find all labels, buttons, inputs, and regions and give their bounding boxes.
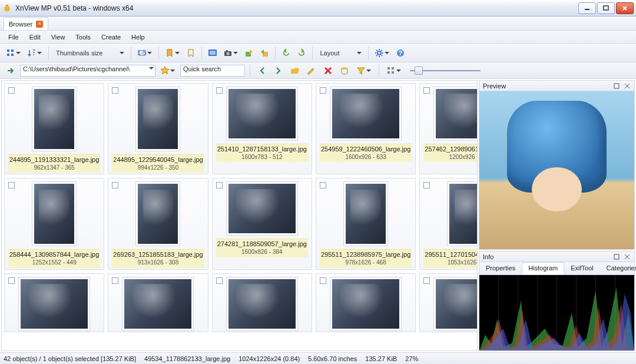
- thumbnail-checkbox[interactable]: [216, 277, 223, 284]
- search-input[interactable]: Quick search: [180, 65, 245, 77]
- thumbnail-checkbox[interactable]: [8, 277, 15, 284]
- slider-thumb[interactable]: [415, 67, 423, 75]
- thumbnail[interactable]: [419, 273, 477, 332]
- svg-rect-5: [7, 54, 9, 56]
- thumbnail[interactable]: 251410_1287158133_large.jpg1600x783 - 51…: [212, 83, 312, 174]
- bookmark-add-button[interactable]: [163, 46, 183, 60]
- favorites-button[interactable]: [158, 64, 178, 78]
- panel-close-icon[interactable]: [624, 82, 631, 90]
- thumbnail[interactable]: [108, 273, 208, 332]
- thumbnail-filename: 254959_1222460506_large.jpg: [321, 145, 410, 154]
- titlebar: XnView MP v0.51 beta - windows x64: [0, 0, 636, 16]
- sort-button[interactable]: [25, 46, 45, 60]
- thumbnail-checkbox[interactable]: [320, 182, 326, 188]
- zoom-grid-button[interactable]: [384, 64, 404, 78]
- svg-line-21: [376, 50, 377, 51]
- thumbnail-checkbox[interactable]: [8, 182, 15, 188]
- import-button[interactable]: [257, 46, 271, 60]
- thumbnail-filename: 244895_1229540045_large.jpg: [113, 156, 203, 164]
- svg-rect-10: [210, 51, 216, 55]
- tab-close-icon[interactable]: ×: [36, 21, 43, 28]
- thumbnail[interactable]: 269263_1251855183_large.jpg913x1626 - 30…: [108, 178, 208, 269]
- thumbnail[interactable]: [4, 273, 104, 332]
- thumbnails-size-label: Thumbnails size: [52, 49, 106, 57]
- open-folder-button[interactable]: [288, 64, 302, 78]
- nav-forward-button[interactable]: [271, 64, 286, 78]
- thumbnail-checkbox[interactable]: [216, 87, 223, 94]
- undock-icon[interactable]: [613, 82, 620, 90]
- maximize-button[interactable]: [597, 2, 615, 14]
- svg-rect-13: [226, 50, 228, 52]
- svg-rect-6: [11, 54, 14, 56]
- filter-button[interactable]: [354, 64, 374, 78]
- edit-button[interactable]: [304, 64, 319, 78]
- thumbnail-dimensions: 1600x783 - 512: [217, 154, 307, 161]
- thumbnail-checkbox[interactable]: [423, 182, 430, 188]
- view-mode-button[interactable]: [4, 46, 24, 60]
- thumbnail[interactable]: [212, 273, 312, 332]
- tab-properties[interactable]: Properties: [479, 262, 522, 274]
- acquire-button[interactable]: [221, 46, 241, 60]
- help-button[interactable]: ?: [393, 46, 408, 60]
- preview-image[interactable]: [479, 91, 634, 249]
- status-file: 49534_1178862133_large.jpg: [144, 355, 230, 362]
- thumbnail[interactable]: 257462_1298906142_large.jpg1200x926 - 36…: [419, 83, 477, 174]
- thumbnail-checkbox[interactable]: [112, 182, 118, 188]
- select-range-button[interactable]: 1-5: [135, 46, 155, 60]
- minimize-button[interactable]: [578, 2, 596, 14]
- thumbnail-checkbox[interactable]: [320, 87, 326, 94]
- tab-browser[interactable]: Browser ×: [4, 17, 48, 30]
- thumbnail[interactable]: 258444_1309857844_large.jpg1252x1552 - 4…: [4, 178, 104, 269]
- menu-help[interactable]: Help: [127, 32, 150, 42]
- thumbnail-checkbox[interactable]: [423, 87, 430, 94]
- thumbnail-checkbox[interactable]: [112, 277, 118, 284]
- menu-view[interactable]: View: [47, 32, 70, 42]
- delete-button[interactable]: [321, 64, 335, 78]
- tab-histogram[interactable]: Histogram: [522, 262, 564, 274]
- thumbnail-checkbox[interactable]: [423, 277, 430, 284]
- layout-button[interactable]: [344, 46, 365, 60]
- rotate-left-button[interactable]: [279, 46, 293, 60]
- thumbnail[interactable]: 254959_1222460506_large.jpg1600x926 - 63…: [316, 83, 416, 174]
- star-icon: [160, 66, 170, 75]
- menu-file[interactable]: File: [4, 32, 24, 42]
- export-button[interactable]: [242, 46, 256, 60]
- rotate-right-button[interactable]: [294, 46, 309, 60]
- thumbnail[interactable]: 244895_1229540045_large.jpg994x1226 - 35…: [108, 83, 208, 174]
- tab-exiftool[interactable]: ExifTool: [564, 262, 600, 274]
- settings-button[interactable]: [372, 46, 392, 60]
- zoom-slider[interactable]: [410, 69, 481, 72]
- thumbnail-checkbox[interactable]: [112, 87, 118, 94]
- thumbnail-checkbox[interactable]: [320, 277, 326, 284]
- status-pixdepth: 1024x1226x24 (0.84): [238, 355, 300, 362]
- undock-icon[interactable]: [613, 253, 620, 260]
- thumbnail-checkbox[interactable]: [8, 87, 15, 94]
- main-toolbar: Thumbnails size 1-5 Layout ?: [0, 44, 636, 62]
- thumbnail-checkbox[interactable]: [216, 182, 223, 188]
- svg-rect-31: [392, 71, 394, 74]
- thumbnail-filename: 269263_1251855183_large.jpg: [113, 251, 203, 259]
- close-button[interactable]: [616, 2, 634, 14]
- thumbnail[interactable]: 295511_1238985975_large.jpg978x1626 - 46…: [316, 178, 416, 269]
- thumbnail[interactable]: 244895_1191333321_large.jpg962x1347 - 36…: [4, 83, 104, 174]
- nav-back-button[interactable]: [255, 64, 269, 78]
- menu-edit[interactable]: Edit: [25, 32, 45, 42]
- svg-rect-29: [392, 67, 394, 70]
- thumbnail-grid[interactable]: 244895_1191333321_large.jpg962x1347 - 36…: [2, 81, 477, 350]
- thumbnail[interactable]: [316, 273, 416, 332]
- menu-create[interactable]: Create: [97, 32, 125, 42]
- svg-rect-4: [11, 49, 14, 52]
- fullscreen-button[interactable]: [206, 46, 220, 60]
- thumbnail[interactable]: 295511_1270150440_large.jpg1053x1626 - 4…: [419, 178, 477, 269]
- database-button[interactable]: [337, 64, 352, 78]
- thumbnail-filename: 257462_1298906142_large.jpg: [425, 145, 477, 154]
- path-input[interactable]: C:\Users\thibaud\Pictures\cgchannel\: [20, 65, 155, 77]
- bookmark-list-button[interactable]: [184, 46, 198, 60]
- thumbnails-size-button[interactable]: [107, 46, 127, 60]
- panel-close-icon[interactable]: [624, 253, 631, 260]
- thumbnail[interactable]: 274281_1188509057_large.jpg1600x826 - 38…: [212, 178, 312, 269]
- tab-categories[interactable]: Categories: [600, 262, 636, 274]
- nav-go-button[interactable]: [4, 64, 18, 78]
- pathbar: C:\Users\thibaud\Pictures\cgchannel\ Qui…: [0, 62, 636, 79]
- menu-tools[interactable]: Tools: [71, 32, 95, 42]
